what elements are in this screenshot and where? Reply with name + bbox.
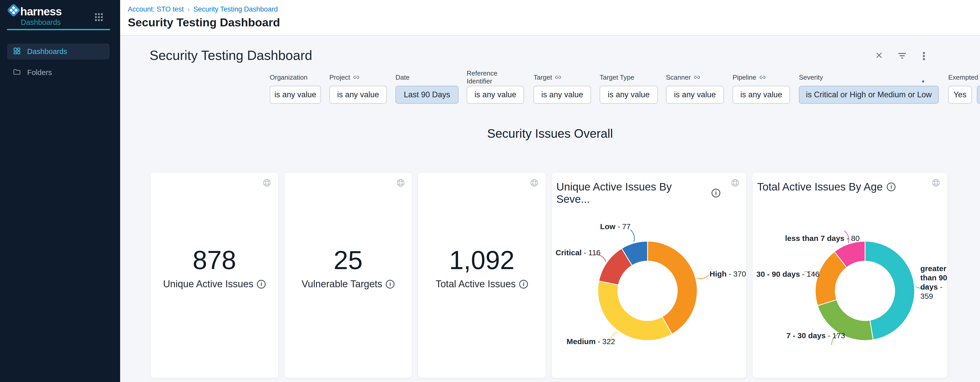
globe-icon[interactable] xyxy=(396,178,405,189)
sidebar-item-folders[interactable]: Folders xyxy=(7,65,110,81)
filter-exempted-yes[interactable]: Yes xyxy=(948,86,972,104)
apps-grid-icon[interactable] xyxy=(94,12,104,22)
globe-icon[interactable] xyxy=(530,178,539,189)
donut-callout: greater than 90 days-359 xyxy=(920,264,951,301)
link-icon xyxy=(353,74,360,81)
sidebar-accent-divider xyxy=(7,29,110,30)
filter-target-type-value[interactable]: is any value xyxy=(600,86,658,104)
filter-organization: Organization is any value xyxy=(270,73,321,104)
filter-label: Target Type xyxy=(600,73,634,81)
filter-bar: Organization is any value Project is any… xyxy=(120,36,980,111)
filter-label: Organization xyxy=(270,73,307,81)
filter-reference-identifier: Reference Identifier is any value xyxy=(467,73,524,104)
filter-target: Target is any value xyxy=(533,73,591,104)
card-unique-active-issues: 878 Unique Active Issues xyxy=(151,173,278,378)
card-total-issues-by-age: Total Active Issues By Age greater than … xyxy=(752,173,947,378)
dashboards-icon xyxy=(13,47,21,56)
filter-exempted: Exempted Yes No xyxy=(948,73,980,104)
harness-logo-icon xyxy=(7,3,21,17)
stat-value: 1,092 xyxy=(418,245,546,275)
donut-callout: Medium-322 xyxy=(566,337,615,346)
card-vulnerable-targets: 25 Vulnerable Targets xyxy=(284,173,412,378)
filter-target-value[interactable]: is any value xyxy=(533,86,591,104)
donut-callout: 7 - 30 days-173 xyxy=(786,331,845,340)
globe-icon[interactable] xyxy=(262,178,272,189)
filter-target-type: Target Type is any value xyxy=(600,73,658,104)
info-icon[interactable] xyxy=(257,280,266,288)
info-icon[interactable] xyxy=(386,280,395,288)
chevron-right-icon: › xyxy=(188,5,190,13)
filter-pipeline: Pipeline is any value xyxy=(733,73,790,104)
filter-project-value[interactable]: is any value xyxy=(329,86,387,104)
sidebar-item-dashboards[interactable]: Dashboards xyxy=(7,44,110,59)
filter-pipeline-value[interactable]: is any value xyxy=(733,86,790,104)
filter-label: Pipeline xyxy=(733,73,756,81)
filter-date: Date Last 90 Days xyxy=(396,73,458,104)
link-icon xyxy=(555,74,561,81)
filter-label: Project xyxy=(329,73,350,81)
info-icon[interactable] xyxy=(519,280,528,288)
filter-label: Scanner xyxy=(666,73,691,81)
sidebar-item-label: Dashboards xyxy=(27,48,67,56)
link-icon xyxy=(759,74,765,81)
section-title: Security Issues Overall xyxy=(120,127,980,141)
filter-label: Exempted xyxy=(948,73,978,81)
cards-row: 878 Unique Active Issues 25 Vulnerable T… xyxy=(151,173,947,378)
stat-value: 878 xyxy=(151,245,278,275)
filter-label: Reference Identifier xyxy=(467,70,524,85)
stat-value: 25 xyxy=(284,245,412,275)
stat-label: Total Active Issues xyxy=(436,279,516,290)
filter-exempted-no[interactable]: No xyxy=(977,86,980,104)
link-icon xyxy=(694,74,700,81)
filter-organization-value[interactable]: is any value xyxy=(270,86,321,104)
breadcrumb-current-link[interactable]: Security Testing Dashboard xyxy=(193,5,278,13)
filter-project: Project is any value xyxy=(329,73,387,104)
filter-label: Target xyxy=(533,73,552,81)
filter-severity: Severity is Critical or High or Medium o… xyxy=(799,73,939,104)
card-total-active-issues: 1,092 Total Active Issues xyxy=(418,173,546,378)
donut-callout: less than 7 days-80 xyxy=(785,234,860,243)
stat-label: Unique Active Issues xyxy=(163,279,254,290)
dashboard-canvas: Security Testing Dashboard Organization … xyxy=(120,36,980,382)
donut-callout: High-370 xyxy=(710,269,746,279)
brand-wordmark: harness xyxy=(20,5,62,18)
module-name: Dashboards xyxy=(21,18,61,27)
stat-label: Vulnerable Targets xyxy=(302,279,382,290)
sidebar-item-label: Folders xyxy=(27,68,52,77)
top-bar: Account: STO test › Security Testing Das… xyxy=(120,0,980,36)
breadcrumb: Account: STO test › Security Testing Das… xyxy=(128,5,980,13)
donut-callout: Low-77 xyxy=(588,222,631,231)
card-unique-issues-by-severity: Unique Active Issues By Seve... High-370… xyxy=(552,173,746,378)
donut-callout: Critical-116 xyxy=(555,248,601,257)
filter-date-value[interactable]: Last 90 Days xyxy=(396,86,458,104)
filter-scanner-value[interactable]: is any value xyxy=(666,86,724,104)
breadcrumb-account-link[interactable]: Account: STO test xyxy=(128,5,184,13)
sidebar: harness Dashboards Dashboards Folders xyxy=(0,0,120,382)
donut-callout: 30 - 90 days-146 xyxy=(756,269,819,279)
folder-icon xyxy=(13,68,21,77)
filter-reference-identifier-value[interactable]: is any value xyxy=(467,86,524,104)
filter-scanner: Scanner is any value xyxy=(666,73,724,104)
page-title: Security Testing Dashboard xyxy=(128,16,980,29)
filter-label: Severity xyxy=(799,73,823,81)
filter-label: Date xyxy=(396,73,410,81)
filter-severity-value[interactable]: is Critical or High or Medium or Low xyxy=(799,86,939,104)
